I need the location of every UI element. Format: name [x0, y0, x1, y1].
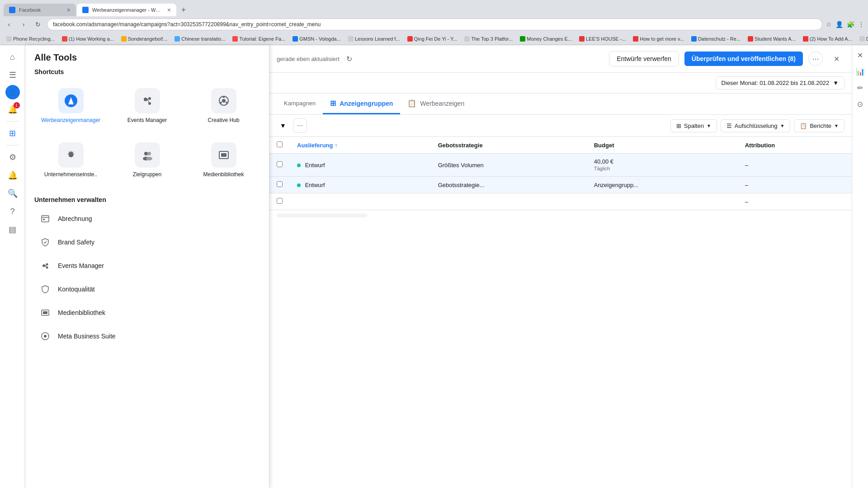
manage-item-abrechnung[interactable]: Abrechnung [34, 207, 260, 230]
bookmark-item[interactable]: GMSN - Vologda... [290, 35, 344, 42]
bookmark-item[interactable]: Download - Cook... [857, 35, 868, 42]
sidebar-divider [6, 121, 19, 122]
table-header-attribution[interactable]: Attribution [738, 137, 852, 154]
grid-sidebar-icon[interactable]: ⊞ [5, 125, 21, 141]
tab-favicon-ads [82, 7, 89, 13]
breakdown-dropdown-icon: ▼ [780, 123, 784, 128]
manage-item-kontoqualitat[interactable]: Kontoqualität [34, 277, 260, 301]
date-range-text: Dieser Monat: 01.08.2022 bis 21.08.2022 [722, 80, 830, 86]
row-budget-2: Anzeigengrupp... [587, 177, 738, 193]
tab-facebook[interactable]: Facebook × [4, 4, 76, 16]
notifications-sidebar-icon[interactable]: 🔔 1 [5, 101, 21, 117]
table-header-strategy[interactable]: Gebotsstrategie [431, 137, 587, 154]
bookmark-item[interactable]: Lessons Learned f... [345, 35, 403, 42]
bookmark-item[interactable]: Sonderangebot!... [118, 35, 170, 42]
row-checkbox-2[interactable] [277, 181, 283, 187]
chart-right-panel-icon[interactable]: 📊 [854, 65, 867, 78]
tab-close-ads[interactable]: × [167, 6, 171, 14]
reports-button[interactable]: 📋 Berichte ▼ [794, 119, 844, 132]
bookmark-item[interactable]: (1) How Working a... [59, 35, 117, 42]
reports-label: Berichte [810, 122, 831, 129]
bookmark-item[interactable]: LEE'S HOUSE -... [576, 35, 628, 42]
svg-point-14 [147, 152, 151, 155]
manage-label-medienbibliothek: Medienbibliothek [58, 309, 105, 316]
bookmark-star-icon[interactable]: ☆ [826, 21, 832, 28]
edit-right-panel-icon[interactable]: ✏ [854, 81, 867, 94]
tab-close-facebook[interactable]: × [67, 6, 71, 14]
shortcut-werbeanzeigenmanager[interactable]: Werbeanzeigenmanager [34, 81, 107, 131]
address-bar[interactable]: facebook.com/adsmanager/manage/campaigns… [47, 19, 822, 30]
manage-item-brand-safety[interactable]: Brand Safety [34, 230, 260, 254]
manage-item-events-manager[interactable]: Events Manager [34, 254, 260, 277]
new-tab-button[interactable]: + [177, 4, 190, 16]
brand-safety-icon [38, 235, 52, 249]
bookmark-item[interactable]: Phone Recycling... [4, 35, 57, 42]
more-options-button[interactable]: ··· [808, 52, 823, 66]
row-checkbox-3[interactable] [277, 198, 283, 204]
manage-item-meta-business-suite[interactable]: Meta Business Suite [34, 324, 260, 348]
columns-dropdown-icon: ▼ [707, 123, 711, 128]
back-button[interactable]: ‹ [4, 19, 14, 30]
select-all-checkbox[interactable] [277, 141, 283, 147]
menu-sidebar-icon[interactable]: ☰ [5, 67, 21, 83]
home-sidebar-icon[interactable]: ⌂ [5, 49, 21, 65]
shortcut-unternehmenseinste[interactable]: Unternehmenseinste.. [34, 135, 107, 186]
breakdown-button[interactable]: ☰ Aufschlüsselung ▼ [721, 119, 791, 132]
tab-ads-manager[interactable]: Werbeanzeigenmanager - We... × [77, 4, 176, 16]
filter-button[interactable]: ▼ [277, 119, 289, 132]
discard-drafts-button[interactable]: Entwürfe verwerfen [609, 51, 679, 66]
manage-item-medienbibliothek[interactable]: Medienbibliothek [34, 301, 260, 324]
shortcut-medienbibliothek[interactable]: Medienbibliothek [187, 135, 260, 186]
list-sidebar-icon[interactable]: ▤ [5, 221, 21, 238]
row-checkbox[interactable] [277, 161, 283, 167]
date-range-picker[interactable]: Dieser Monat: 01.08.2022 bis 21.08.2022 … [716, 76, 844, 89]
shortcut-label-zielgruppen: Zielgruppen [133, 171, 161, 178]
svg-point-10 [226, 102, 227, 103]
tab-campaigns[interactable]: Kampagnen [277, 94, 323, 113]
extensions-icon[interactable]: 🧩 [847, 21, 854, 28]
bell-sidebar-icon[interactable]: 🔔 [5, 167, 21, 183]
manage-label-events-manager: Events Manager [58, 262, 104, 269]
help-sidebar-icon[interactable]: ? [5, 203, 21, 220]
row-budget-3 [587, 193, 738, 210]
bookmark-item[interactable]: The Top 3 Platfor... [462, 35, 515, 42]
search-sidebar-icon[interactable]: 🔍 [5, 185, 21, 202]
close-right-panel-icon[interactable]: ✕ [854, 49, 867, 61]
profile-icon[interactable]: 👤 [835, 21, 843, 28]
tab-ads[interactable]: 📋 Werbeanzeigen [400, 94, 472, 114]
table-header-budget[interactable]: Budget [587, 137, 738, 154]
circle-right-panel-icon[interactable]: ⊙ [854, 98, 867, 110]
forward-button[interactable]: › [18, 19, 29, 30]
shortcut-creative-hub[interactable]: Creative Hub [187, 81, 260, 131]
reload-button[interactable]: ↻ [33, 19, 43, 30]
columns-button[interactable]: ⊞ Spalten ▼ [670, 119, 717, 132]
table-area: Auslieferung ↑ Gebotsstrategie Budget At… [269, 137, 852, 488]
settings-sidebar-icon[interactable]: ⚙ [5, 149, 21, 165]
bookmark-item[interactable]: Datenschutz - Re... [689, 35, 743, 42]
medienbibliothek-list-icon [38, 305, 52, 320]
table-header-delivery[interactable]: Auslieferung ↑ [290, 137, 431, 154]
refresh-button[interactable]: ↻ [343, 52, 356, 65]
table-row: – [269, 193, 852, 210]
horizontal-scrollbar[interactable] [277, 214, 367, 217]
table-more-button[interactable]: ··· [293, 118, 307, 133]
tab-ad-groups[interactable]: ⊞ Anzeigengruppen [323, 94, 400, 114]
publish-button[interactable]: Überprüfen und veröffentlichen (8) [684, 52, 803, 66]
bookmark-item[interactable]: Money Changes E... [517, 35, 575, 42]
bookmark-item[interactable]: How to get more v... [630, 35, 687, 42]
svg-rect-21 [43, 219, 45, 220]
bookmark-item[interactable]: Qing Fei De Yi - Y... [405, 35, 460, 42]
bookmark-item[interactable]: Chinese translatio... [172, 35, 228, 42]
shortcut-icon-creative-hub [211, 88, 236, 113]
avatar[interactable]: 👤 [5, 85, 20, 99]
menu-dots-icon[interactable]: ⋮ [858, 21, 864, 28]
svg-point-30 [44, 335, 47, 338]
bookmark-item[interactable]: (2) How To Add A... [800, 35, 855, 42]
date-dropdown-icon: ▼ [833, 80, 839, 86]
close-panel-button[interactable]: ✕ [828, 51, 844, 67]
row-attribution-1: – [738, 154, 852, 177]
bookmark-item[interactable]: Tutorial: Eigene Fa... [230, 35, 288, 42]
shortcut-zielgruppen[interactable]: Zielgruppen [111, 135, 184, 186]
shortcut-events-manager[interactable]: Events Manager [111, 81, 184, 131]
bookmark-item[interactable]: Student Wants A... [745, 35, 798, 42]
